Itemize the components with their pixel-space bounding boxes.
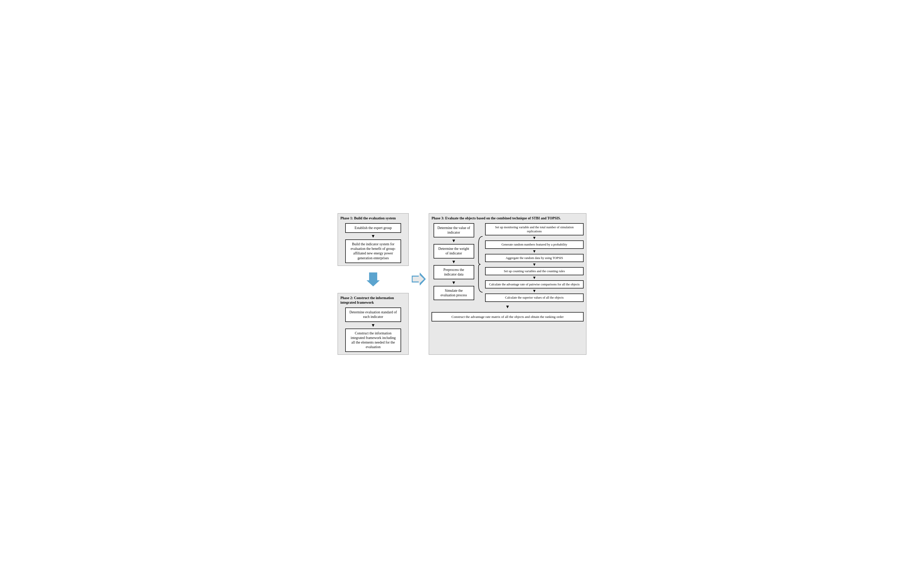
brace-connector bbox=[478, 234, 483, 295]
phase3-left-box4: Simulate the evaluation process bbox=[434, 286, 474, 300]
arrow-p3-3: ▼ bbox=[452, 280, 456, 285]
hollow-right-arrow bbox=[412, 273, 426, 296]
phase3-left-box2: Determine the weight of indicator bbox=[434, 244, 474, 258]
phase3-bottom-box: Construct the advantage rate matrix of a… bbox=[431, 312, 583, 322]
left-column: Phase 1: Build the evaluation system Est… bbox=[338, 213, 409, 355]
phase3-right-box5: Calculate the advantage rate of pairwise… bbox=[485, 280, 583, 289]
arrow-r4: ▼ bbox=[485, 276, 583, 280]
phase3-bottom: ▼ Construct the advantage rate matrix of… bbox=[431, 304, 583, 322]
phase1-box2: Build the indicator system for evaluatio… bbox=[345, 239, 401, 263]
phase3-left-box3: Preprocess the indicator data bbox=[434, 265, 474, 279]
phase1-box: Phase 1: Build the evaluation system Est… bbox=[338, 213, 409, 266]
arrow-bottom: ▼ bbox=[505, 304, 510, 309]
arrow-p3-2: ▼ bbox=[452, 260, 456, 264]
arrow-p3-1: ▼ bbox=[452, 239, 456, 243]
phase3-right-box6: Calculate the superior values of all the… bbox=[485, 293, 583, 302]
phase3-box: Phase 3: Evaluate the objects based on t… bbox=[429, 213, 586, 355]
phase3-right-box2: Generate random numbers featured by a pr… bbox=[485, 240, 583, 249]
arrow-r5: ▼ bbox=[485, 289, 583, 293]
phase2-box1: Determine evaluation standard of each in… bbox=[345, 308, 401, 322]
phase2-box2: Construct the information integrated fra… bbox=[345, 329, 401, 352]
phase2-flow: Determine evaluation standard of each in… bbox=[341, 308, 406, 352]
right-column: Phase 3: Evaluate the objects based on t… bbox=[429, 213, 586, 355]
phase1-flow: Establish the expert group ▼ Build the i… bbox=[341, 223, 406, 263]
phase3-left-flow: Determine the value of indicator ▼ Deter… bbox=[431, 223, 476, 302]
arrow-r1: ▼ bbox=[485, 236, 583, 240]
phase2-box: Phase 2: Construct the information integ… bbox=[338, 293, 409, 355]
right-arrow-svg bbox=[412, 273, 426, 286]
phase3-title: Phase 3: Evaluate the objects based on t… bbox=[431, 216, 583, 221]
phase1-title: Phase 1: Build the evaluation system bbox=[341, 216, 406, 221]
brace-svg bbox=[478, 234, 483, 295]
phase3-inner: Determine the value of indicator ▼ Deter… bbox=[431, 223, 583, 302]
main-diagram: Phase 1: Build the evaluation system Est… bbox=[338, 213, 586, 355]
phase3-right-box1: Set up monitoring variable and the total… bbox=[485, 223, 583, 236]
phase3-right-box3: Aggregate the random data by using TOPSI… bbox=[485, 254, 583, 262]
phase3-right-box4: Set up counting variables and the counti… bbox=[485, 267, 583, 275]
hollow-down-arrow bbox=[367, 272, 380, 286]
phase1-box1: Establish the expert group bbox=[345, 223, 401, 233]
phase2-title: Phase 2: Construct the information integ… bbox=[341, 296, 406, 305]
phase3-left-box1: Determine the value of indicator bbox=[434, 223, 474, 237]
arrow-r3: ▼ bbox=[485, 263, 583, 267]
arrow-r2: ▼ bbox=[485, 249, 583, 254]
arrow-down-2: ▼ bbox=[371, 323, 375, 328]
arrow-down-1: ▼ bbox=[371, 234, 375, 239]
phase3-right-flow: Set up monitoring variable and the total… bbox=[485, 223, 583, 302]
